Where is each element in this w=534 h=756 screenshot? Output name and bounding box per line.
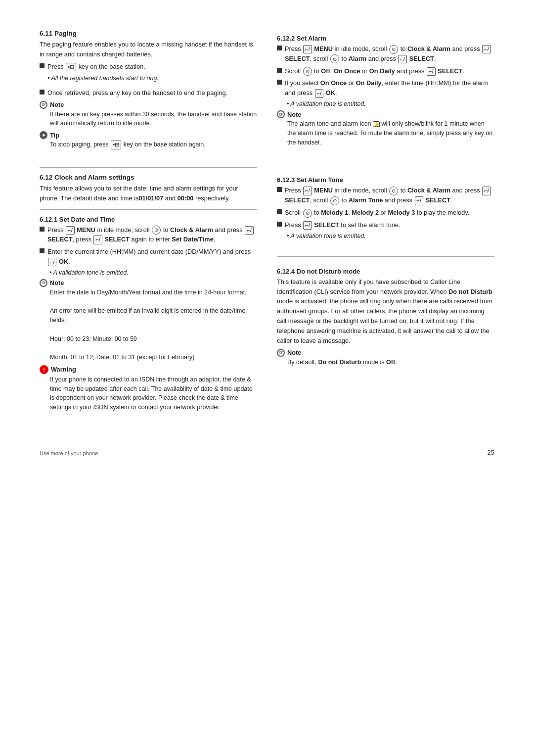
step-611-2: Once retrieved, press any key on the han… [40, 88, 257, 98]
note-6122-label: ☞ Note [277, 110, 494, 118]
section-6122-title: 6.12.2 Set Alarm [277, 35, 494, 42]
section-6124-title: 6.12.4 Do not Disturb mode [277, 268, 494, 275]
step-611-2-text: Once retrieved, press any key on the han… [47, 88, 227, 98]
scroll-icon-r1: ⊙ [389, 45, 398, 54]
note-611-label-text: Note [50, 101, 64, 108]
footer-page-number: 25 [488, 449, 494, 456]
step-6121-2-text: Enter the current time (HH:MM) and curre… [47, 247, 257, 267]
select-key-r4: ⌐/ [303, 221, 312, 230]
note-611-text: If there are no key presses within 30 se… [50, 110, 257, 129]
step-bullet-2 [40, 90, 44, 94]
step-6122-1: Press ⌐/ MENU in idle mode, scroll ⊙ to … [277, 44, 494, 64]
section-612-body: This feature allows you to set the date,… [40, 184, 257, 203]
warning-6121-text: If your phone is connected to an ISDN li… [50, 375, 257, 412]
step-6121-1: Press ⌐/ MENU in idle mode, scroll ⊙ to … [40, 225, 257, 245]
note-6121-text: Enter the date in Day/Month/Year format … [50, 288, 257, 362]
section-612: 6.12 Clock and Alarm settings This featu… [40, 174, 257, 415]
step-bullet-6123-2 [277, 209, 282, 214]
note-icon: ☞ [40, 101, 47, 109]
warning-6121-label: ! Warning [40, 365, 257, 374]
divider-6123 [277, 165, 494, 165]
ok-key-r1: ⌐/ [315, 89, 323, 97]
warning-6121-label-text: Warning [51, 366, 76, 373]
step-611-1-text: Press •⊞ key on the base station. [47, 62, 145, 72]
step-bullet-6122-2 [277, 68, 282, 73]
section-612-title: 6.12 Clock and Alarm settings [40, 174, 257, 181]
note-6121-label-text: Note [50, 279, 64, 286]
menu-key-r2: ⌐/ [303, 187, 312, 195]
step-bullet-6123-1 [277, 187, 282, 192]
scroll-icon-r2: ⊙ [303, 67, 312, 76]
tip-611: ✦ Tip To stop paging, press •⊞ key on th… [40, 131, 257, 149]
scroll-icon-1: ⊙ [152, 226, 161, 235]
note-icon-r1: ☞ [277, 110, 285, 118]
warning-icon: ! [40, 365, 48, 374]
tip-paging-key: •⊞ [111, 141, 121, 149]
step-611-bullet: • All the registered handsets start to r… [47, 74, 257, 85]
alarm-icon: 🔔 [373, 121, 380, 127]
note-6124-label-text: Note [287, 349, 301, 356]
section-6121-title: 6.12.1 Set Date and Time [40, 216, 257, 223]
step-611-1: Press •⊞ key on the base station. [40, 62, 257, 72]
scroll-icon-r1b: ⊙ [330, 54, 339, 63]
paging-key: •⊞ [66, 63, 76, 71]
step-6123-2-text: Scroll ⊙ to Melody 1, Melody 2 or Melody… [285, 208, 469, 218]
step-6123-1: Press ⌐/ MENU in idle mode, scroll ⊙ to … [277, 186, 494, 205]
note-6124-label: ☞ Note [277, 349, 494, 357]
ok-key-1: ⌐/ [48, 258, 56, 266]
step-bullet-6123-3 [277, 222, 282, 227]
sub-bullet-611: • All the registered handsets start to r… [47, 74, 159, 83]
left-column: 6.11 Paging The paging feature enables y… [40, 30, 257, 424]
step-bullet-1 [40, 63, 44, 68]
step-6122-2: Scroll ⊙ to Off, On Once or On Daily and… [277, 66, 494, 76]
step-6122-2-text: Scroll ⊙ to Off, On Once or On Daily and… [285, 66, 464, 76]
step-6121-2: Enter the current time (HH:MM) and curre… [40, 247, 257, 267]
note-6122: ☞ Note The alarm tone and alarm icon 🔔 w… [277, 110, 494, 147]
tip-611-label: ✦ Tip [40, 131, 257, 139]
section-611-title: 6.11 Paging [40, 30, 257, 37]
section-6124: 6.12.4 Do not Disturb mode This feature … [277, 263, 494, 370]
note-6124-text: By default, Do not Disturb mode is Off. [287, 358, 494, 367]
sub-bullet-6123: • A validation tone is emitted. [287, 233, 494, 239]
sub-bullet-6122: • A validation tone is emitted. [287, 100, 494, 107]
menu-key-1: ⌐/ [66, 226, 74, 235]
note-6121-label: ☞ Note [40, 279, 257, 287]
note-611: ☞ Note If there are no key presses withi… [40, 101, 257, 129]
select-key-1b: ⌐/ [93, 236, 102, 244]
section-6122-steps: Press ⌐/ MENU in idle mode, scroll ⊙ to … [277, 44, 494, 98]
note-icon-2: ☞ [40, 279, 47, 287]
tip-611-label-text: Tip [50, 132, 59, 139]
step-6123-2: Scroll ⊙ to Melody 1, Melody 2 or Melody… [277, 208, 494, 218]
step-6123-3: Press ⌐/ SELECT to set the alarm tone. [277, 220, 494, 230]
note-6122-label-text: Note [287, 111, 301, 118]
step-bullet-6121-2 [40, 248, 44, 253]
step-bullet-6121-1 [40, 227, 44, 232]
select-key-r1: ⌐/ [482, 45, 490, 53]
step-6123-1-text: Press ⌐/ MENU in idle mode, scroll ⊙ to … [285, 186, 494, 205]
section-6123: 6.12.3 Set Alarm Tone Press ⌐/ MENU in i… [277, 171, 494, 241]
two-column-layout: 6.11 Paging The paging feature enables y… [40, 30, 494, 424]
section-6123-title: 6.12.3 Set Alarm Tone [277, 176, 494, 184]
select-key-r1b: ⌐/ [398, 55, 406, 63]
select-key-r3: ⌐/ [482, 187, 490, 195]
page-content: 6.11 Paging The paging feature enables y… [40, 30, 494, 456]
section-6123-steps: Press ⌐/ MENU in idle mode, scroll ⊙ to … [277, 186, 494, 230]
step-6121-1-text: Press ⌐/ MENU in idle mode, scroll ⊙ to … [47, 225, 257, 245]
select-key-r3b: ⌐/ [415, 196, 423, 205]
menu-key-r1: ⌐/ [303, 45, 312, 53]
scroll-icon-r3: ⊙ [389, 187, 398, 195]
step-6123-3-text: Press ⌐/ SELECT to set the alarm tone. [285, 220, 400, 230]
step-6122-1-text: Press ⌐/ MENU in idle mode, scroll ⊙ to … [285, 44, 494, 64]
scroll-icon-r3b: ⊙ [330, 196, 339, 205]
note-6122-text: The alarm tone and alarm icon 🔔 will onl… [287, 119, 494, 147]
select-key-r2: ⌐/ [427, 67, 435, 76]
step-bullet-6122-1 [277, 46, 282, 50]
section-6124-body: This feature is available only if you ha… [277, 277, 494, 346]
select-key-1: ⌐/ [245, 226, 253, 235]
tip-icon: ✦ [40, 131, 47, 139]
right-column: 6.12.2 Set Alarm Press ⌐/ MENU in idle m… [277, 30, 494, 424]
note-6124: ☞ Note By default, Do not Disturb mode i… [277, 349, 494, 367]
page-footer: Use more of your phone 25 [40, 449, 494, 456]
section-611: 6.11 Paging The paging feature enables y… [40, 30, 257, 152]
step-6122-3: If you select On Once or On Daily, enter… [277, 78, 494, 98]
